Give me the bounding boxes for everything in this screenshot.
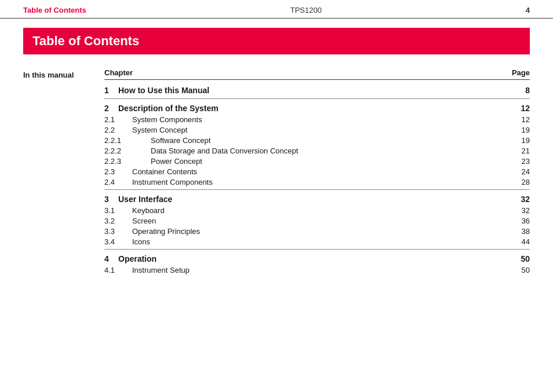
chapter-1-block: 1 How to Use this Manual 8 <box>104 85 530 96</box>
sub-2-2-page: 19 <box>522 126 530 134</box>
sub-3-2-num: 3.2 <box>104 217 132 225</box>
sub-2-4-num: 2.4 <box>104 178 132 186</box>
chapter-3-entry: 3 User Interface 32 <box>104 193 530 205</box>
subsub-2-2-2-page: 21 <box>522 146 530 155</box>
sub-2-4-title: Instrument Components <box>132 178 213 186</box>
page-header: Table of Contents TPS1200 4 <box>0 0 553 19</box>
sub-4-1: 4.1 Instrument Setup 50 <box>104 265 530 275</box>
sub-4-1-title: Instrument Setup <box>132 266 190 274</box>
page-title: Table of Contents <box>32 34 521 49</box>
subsub-2-2-1-title: Software Concept <box>151 136 210 145</box>
sub-3-3-title: Operating Principles <box>132 227 200 236</box>
header-center: TPS1200 <box>290 6 322 14</box>
sub-2-4-page: 28 <box>522 178 530 186</box>
sub-3-1-page: 32 <box>522 206 530 215</box>
sub-4-1-page: 50 <box>522 266 530 274</box>
toc-header-row: Chapter Page <box>104 68 530 80</box>
header-left: Table of Contents <box>23 6 86 14</box>
sub-3-4-page: 44 <box>522 237 530 246</box>
chapter-3-block: 3 User Interface 32 3.1 Keyboard 32 3.2 … <box>104 189 530 247</box>
sub-2-1: 2.1 System Components 12 <box>104 114 530 124</box>
chapter-4-block: 4 Operation 50 4.1 Instrument Setup 50 <box>104 249 530 275</box>
chapter-1-title: How to Use this Manual <box>118 86 209 95</box>
sidebar: In this manual <box>23 68 104 277</box>
sub-3-4-title: Icons <box>132 237 150 246</box>
title-bar: Table of Contents <box>23 28 530 54</box>
chapter-4-entry: 4 Operation 50 <box>104 253 530 265</box>
subsub-2-2-1: 2.2.1 Software Concept 19 <box>104 135 530 145</box>
toc-col-chapter: Chapter <box>104 68 133 77</box>
chapter-2-title: Description of the System <box>118 104 219 113</box>
subsub-2-2-3: 2.2.3 Power Concept 23 <box>104 156 530 166</box>
sub-3-1-title: Keyboard <box>132 206 165 215</box>
sub-3-3-num: 3.3 <box>104 227 132 236</box>
sub-2-1-num: 2.1 <box>104 115 132 124</box>
chapter-3-num: 3 <box>104 195 118 204</box>
subsub-2-2-2: 2.2.2 Data Storage and Data Conversion C… <box>104 145 530 156</box>
subsub-2-2-3-title: Power Concept <box>151 157 202 166</box>
sidebar-label: In this manual <box>23 69 74 79</box>
subsub-2-2-2-title: Data Storage and Data Conversion Concept <box>151 146 298 155</box>
subsub-2-2-1-page: 19 <box>522 136 530 145</box>
sub-4-1-num: 4.1 <box>104 266 132 274</box>
chapter-3-title: User Interface <box>118 195 172 204</box>
chapter-2-block: 2 Description of the System 12 2.1 Syste… <box>104 98 530 187</box>
sub-3-2-page: 36 <box>522 217 530 225</box>
sub-2-2-num: 2.2 <box>104 126 132 134</box>
chapter-4-num: 4 <box>104 254 118 263</box>
sub-2-3-page: 24 <box>522 167 530 176</box>
chapter-2-entry: 2 Description of the System 12 <box>104 102 530 114</box>
subsub-2-2-3-page: 23 <box>522 157 530 166</box>
sub-3-2: 3.2 Screen 36 <box>104 215 530 226</box>
chapter-1-page: 8 <box>525 86 530 95</box>
chapter-1-num: 1 <box>104 86 118 95</box>
sub-2-1-page: 12 <box>522 115 530 124</box>
chapter-3-page: 32 <box>521 195 530 204</box>
chapter-2-page: 12 <box>521 104 530 113</box>
sub-2-1-title: System Components <box>132 115 202 124</box>
sub-3-3: 3.3 Operating Principles 38 <box>104 226 530 236</box>
sub-2-3-title: Container Contents <box>132 167 197 176</box>
sub-3-1: 3.1 Keyboard 32 <box>104 205 530 215</box>
subsub-2-2-3-num: 2.2.3 <box>104 157 151 166</box>
sub-3-4-num: 3.4 <box>104 237 132 246</box>
chapter-4-title: Operation <box>118 254 157 263</box>
subsub-2-2-1-num: 2.2.1 <box>104 136 151 145</box>
sub-2-3: 2.3 Container Contents 24 <box>104 166 530 177</box>
subsub-2-2-2-num: 2.2.2 <box>104 146 151 155</box>
chapter-1-entry: 1 How to Use this Manual 8 <box>104 85 530 96</box>
sub-3-2-title: Screen <box>132 217 156 225</box>
chapter-4-page: 50 <box>521 254 530 263</box>
toc-col-page: Page <box>512 68 530 77</box>
sub-2-4: 2.4 Instrument Components 28 <box>104 177 530 187</box>
chapter-2-num: 2 <box>104 104 118 113</box>
header-right: 4 <box>526 6 530 14</box>
sub-2-3-num: 2.3 <box>104 167 132 176</box>
sub-3-1-num: 3.1 <box>104 206 132 215</box>
sub-2-2-title: System Concept <box>132 126 187 134</box>
sub-2-2: 2.2 System Concept 19 <box>104 124 530 135</box>
content-area: In this manual Chapter Page 1 How to Use… <box>0 54 553 289</box>
sub-3-4: 3.4 Icons 44 <box>104 236 530 247</box>
toc-table: Chapter Page 1 How to Use this Manual 8 … <box>104 68 530 277</box>
sub-3-3-page: 38 <box>522 227 530 236</box>
